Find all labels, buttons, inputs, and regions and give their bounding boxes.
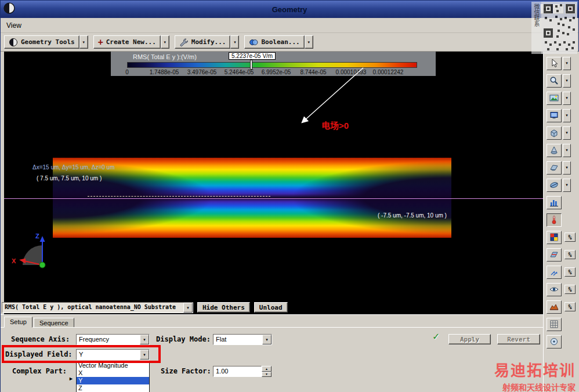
size-factor-spinner[interactable]: 1.00 ▲ ▼ — [213, 366, 272, 377]
spin-up-icon: ▲ — [265, 367, 268, 371]
displayed-field-label: Displayed Field: — [5, 350, 73, 358]
displayed-field-arrow[interactable]: ▼ — [140, 350, 149, 360]
sequence-axis-label: Sequence Axis: — [11, 335, 70, 343]
rotated-box-icon — [549, 163, 559, 172]
field-option-x[interactable]: X — [77, 369, 149, 377]
sequence-axis-arrow[interactable]: ▼ — [140, 335, 149, 344]
vector-display-button[interactable] — [547, 266, 562, 279]
clip-plane-dropdown[interactable]: ▼ — [563, 179, 571, 192]
view-window-dropdown[interactable]: ▼ — [563, 109, 571, 122]
result-selector[interactable]: RMS( Total E y ), optical nanoatenna_NO … — [2, 302, 193, 313]
chevron-down-icon: ▼ — [143, 353, 146, 357]
tab-setup[interactable]: Setup — [4, 317, 32, 328]
geometry-tools-button[interactable]: Geometry Tools — [4, 35, 79, 49]
zoom-tool-dropdown[interactable]: ▼ — [563, 74, 571, 88]
sequence-axis-select[interactable]: Frequency ▼ — [76, 334, 150, 345]
chevron-down-icon: ▼ — [565, 131, 569, 135]
chevron-down-icon: ▼ — [233, 41, 237, 44]
clip-plane-button[interactable] — [547, 179, 562, 192]
snapshot-tool-dropdown[interactable]: ▼ — [563, 92, 571, 105]
colorbar-tick: 0 — [125, 69, 129, 75]
boolean-button[interactable]: Boolean... — [244, 35, 304, 49]
cut-plane-map-button[interactable] — [547, 248, 562, 262]
vector-percent-button[interactable]: % — [564, 267, 576, 277]
colorbar-legend: RMS( Total E y ):(V/m) 5.2237e-05 V/m 0 … — [111, 52, 436, 76]
field-map-percent-button[interactable]: % — [564, 233, 576, 242]
monitor-icon — [549, 111, 559, 120]
colorbar-marker[interactable] — [250, 60, 252, 70]
image-icon — [549, 93, 559, 103]
view-3d-button[interactable] — [547, 126, 562, 140]
probe-icon — [549, 337, 559, 346]
thermometer-icon — [549, 215, 559, 224]
display-mode-arrow[interactable]: ▼ — [262, 335, 272, 344]
visibility-percent-button[interactable]: % — [564, 285, 576, 294]
axis-triad: Z X — [9, 230, 61, 274]
chevron-down-icon: ▼ — [163, 41, 167, 44]
rotate-view-button[interactable] — [547, 161, 562, 175]
create-new-dropdown[interactable]: ▼ — [161, 35, 169, 49]
vector-arrows-icon — [549, 267, 559, 277]
chevron-down-icon: ▼ — [565, 114, 569, 117]
create-new-button[interactable]: + Create New... — [93, 35, 161, 49]
shape-tool-button[interactable] — [547, 144, 562, 157]
pointer-tool-button[interactable] — [547, 57, 562, 70]
snapshot-tool-button[interactable] — [547, 92, 562, 105]
shape-tool-dropdown[interactable]: ▼ — [563, 144, 571, 157]
chevron-down-icon: ▼ — [565, 183, 569, 187]
corner-coordinate-left: ( 7.5 um, 7.5 um, 10 um ) — [37, 175, 102, 182]
revert-button[interactable]: Revert — [497, 334, 540, 344]
cut-plane-percent-button[interactable]: % — [564, 250, 576, 259]
probe-tool-button[interactable] — [547, 335, 562, 349]
displayed-field-select[interactable]: Y ▼ — [76, 349, 150, 360]
grid-toggle-button[interactable] — [547, 318, 562, 331]
pointer-tool-dropdown[interactable]: ▼ — [563, 57, 571, 70]
field-option-z[interactable]: Z — [77, 384, 149, 392]
chevron-down-icon: ▼ — [82, 41, 85, 44]
field-option-vector-magnitude[interactable]: Vector Magnitude — [77, 362, 149, 369]
colorbar-tick: 3.4976e-05 — [187, 69, 217, 75]
qr-watermark: 微信联系 — [531, 2, 577, 54]
geometry-tools-dropdown[interactable]: ▼ — [79, 35, 88, 49]
field-display-tool-button[interactable] — [547, 213, 562, 227]
field-map-button[interactable] — [547, 231, 562, 244]
qr-code-image — [541, 2, 577, 54]
colorbar-tick: 6.9952e-05 — [262, 69, 291, 75]
title-bar[interactable]: Geometry — □ × — [1, 1, 578, 18]
view-window-button[interactable] — [547, 109, 562, 122]
modify-button[interactable]: Modify... — [175, 35, 231, 49]
zoom-tool-button[interactable] — [547, 74, 562, 88]
field-option-y[interactable]: Y — [77, 377, 149, 384]
cut-plane-line — [4, 198, 543, 199]
clip-plane-icon — [549, 180, 559, 190]
hide-others-button[interactable]: Hide Others — [197, 302, 250, 313]
boolean-dropdown[interactable]: ▼ — [305, 35, 313, 49]
visibility-button[interactable] — [547, 283, 562, 296]
window-title: Geometry — [1, 5, 578, 14]
boolean-spheres-icon — [249, 38, 258, 47]
modify-dropdown[interactable]: ▼ — [230, 35, 239, 49]
chevron-down-icon: ▼ — [307, 41, 310, 44]
tab-sequence[interactable]: Sequence — [34, 318, 74, 328]
rotate-view-dropdown[interactable]: ▼ — [563, 161, 571, 175]
geometry-tools-icon — [9, 38, 18, 47]
list-marker-icon: ► — [68, 376, 74, 382]
viewport-3d[interactable]: RMS( Total E y ):(V/m) 5.2237e-05 V/m 0 … — [4, 52, 543, 314]
apply-button[interactable]: Apply — [448, 334, 491, 344]
menu-view[interactable]: View — [1, 20, 27, 31]
surface-percent-button[interactable]: % — [564, 302, 576, 311]
result-selector-arrow[interactable]: ▼ — [183, 303, 193, 313]
chart-tool-button[interactable] — [547, 196, 562, 209]
plus-icon: + — [98, 38, 103, 46]
cube-icon — [549, 128, 559, 137]
spin-up-button[interactable]: ▲ — [262, 366, 272, 372]
view-3d-dropdown[interactable]: ▼ — [563, 126, 571, 140]
unload-button[interactable]: Unload — [254, 302, 288, 313]
app-window: Geometry — □ × View Geometry Tools ▼ + C… — [0, 0, 579, 392]
display-mode-label: Display Mode: — [156, 335, 211, 343]
spin-down-button[interactable]: ▼ — [262, 372, 272, 378]
size-factor-value[interactable]: 1.00 — [213, 366, 262, 377]
surface-plot-button[interactable] — [547, 300, 562, 314]
display-mode-select[interactable]: Flat ▼ — [213, 334, 272, 345]
brand-tagline: 射频和天线设计专家 — [494, 381, 576, 392]
